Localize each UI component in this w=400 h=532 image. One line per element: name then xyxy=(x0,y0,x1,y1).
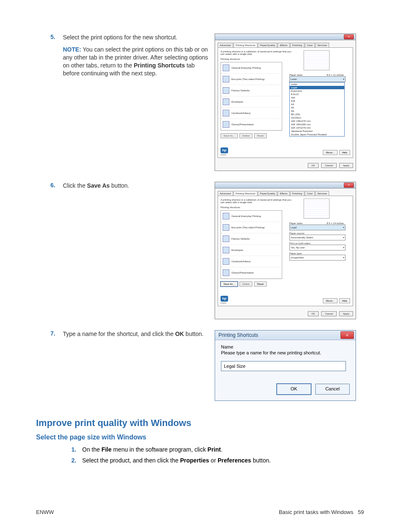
help-button[interactable]: Help xyxy=(339,298,350,303)
hp-logo-icon: hp xyxy=(221,296,228,302)
tab-effects[interactable]: Effects xyxy=(278,43,289,47)
opt[interactable]: 8.5x13 xyxy=(290,93,344,96)
opt[interactable]: A5 xyxy=(290,106,344,109)
shortcut-icon xyxy=(223,247,229,253)
desc: A printing shortcut is a collection of s… xyxy=(221,199,296,204)
page-preview xyxy=(304,199,330,219)
list-item[interactable]: Factory Defaults xyxy=(221,85,282,96)
about-button[interactable]: About... xyxy=(323,150,338,155)
save-dialog: Printing Shortcuts × Name Please type a … xyxy=(215,330,356,401)
opt[interactable]: Executive xyxy=(290,89,344,93)
opt[interactable]: 16K 197x273 mm xyxy=(290,126,344,129)
list-item[interactable]: Factory Defaults xyxy=(221,233,282,245)
paper-type-combo[interactable]: Unspecified xyxy=(289,255,345,261)
page-preview xyxy=(304,50,330,70)
desc: A printing shortcut is a collection of s… xyxy=(221,50,296,55)
about-button[interactable]: About... xyxy=(323,298,338,303)
shortcut-name-input[interactable]: Legal Size xyxy=(221,361,346,371)
paper-size-combo[interactable]: Letter xyxy=(289,76,345,82)
reset-button[interactable]: Reset xyxy=(254,281,267,287)
invent-label: invent xyxy=(221,153,228,156)
opt[interactable]: Letter xyxy=(290,83,344,86)
opt[interactable]: Legal xyxy=(290,86,344,89)
help-button[interactable]: Help xyxy=(339,150,350,155)
opt[interactable]: Double Japan Postcard Rotated xyxy=(290,133,344,136)
delete-button[interactable]: Delete xyxy=(239,281,252,287)
tab-paper-quality[interactable]: Paper/Quality xyxy=(258,191,277,196)
step-number: 5. xyxy=(36,34,63,40)
tab-finishing[interactable]: Finishing xyxy=(290,43,304,47)
name-label: Name xyxy=(221,344,350,349)
tab-paper-quality[interactable]: Paper/Quality xyxy=(258,43,277,47)
opt[interactable]: B5 (JIS) xyxy=(290,113,344,116)
hint-text: Please type a name for the new printing … xyxy=(221,350,350,355)
opt[interactable]: A4 xyxy=(290,103,344,106)
note-label: NOTE: xyxy=(63,46,81,53)
paper-size-dropdown[interactable]: Letter Legal Executive 8.5x13 4x6 5x8 A4… xyxy=(289,82,345,137)
shortcut-icon xyxy=(223,87,229,94)
delete-button[interactable]: Delete xyxy=(239,133,252,138)
list-item[interactable]: Envelopes xyxy=(221,96,282,108)
invent-label: invent xyxy=(221,302,228,304)
driver-dialog-1: × Advanced Printing Shortcuts Paper/Qual… xyxy=(215,34,356,171)
dialog-title: Printing Shortcuts × xyxy=(215,331,356,340)
tab-color[interactable]: Color xyxy=(305,43,315,47)
step-number: 6. xyxy=(36,182,63,189)
paper-source-combo[interactable]: Automatically Select xyxy=(289,235,345,240)
close-icon[interactable]: × xyxy=(344,34,354,39)
opt[interactable]: 10x15cm xyxy=(290,116,344,119)
save-as-button[interactable]: Save As... xyxy=(221,281,238,287)
close-icon[interactable]: × xyxy=(344,183,354,188)
opt[interactable]: A6 xyxy=(290,109,344,113)
shortcut-list[interactable]: General Everyday Printing Eco-print (Two… xyxy=(221,210,282,279)
shortcut-list[interactable]: General Everyday Printing Eco-print (Two… xyxy=(221,62,282,131)
tab-services[interactable]: Services xyxy=(315,43,329,47)
list-item[interactable]: Eco-print (Two-sided Printing) xyxy=(221,222,282,233)
ok-button[interactable]: OK xyxy=(308,163,319,168)
tab-finishing[interactable]: Finishing xyxy=(290,191,304,196)
apply-button[interactable]: Apply xyxy=(339,311,353,316)
tab-services[interactable]: Services xyxy=(315,191,329,196)
list-item[interactable]: Cardstock/Heavy xyxy=(221,256,282,267)
tab-effects[interactable]: Effects xyxy=(278,191,289,196)
cancel-button[interactable]: Cancel xyxy=(321,163,337,168)
list-item[interactable]: Envelopes xyxy=(221,245,282,256)
opt[interactable]: 5x8 xyxy=(290,99,344,103)
cancel-button[interactable]: Cancel xyxy=(315,384,350,395)
opt[interactable]: Japanese Postcard xyxy=(290,129,344,133)
tab-advanced[interactable]: Advanced xyxy=(218,43,233,47)
opt[interactable]: 4x6 xyxy=(290,96,344,99)
close-icon[interactable]: × xyxy=(340,331,354,339)
list-item[interactable]: General Everyday Printing xyxy=(221,62,282,74)
list-item[interactable]: Glossy/Presentation xyxy=(221,119,282,130)
step-7: 7. Type a name for the shortcut, and cli… xyxy=(36,330,364,401)
ok-button[interactable]: OK xyxy=(308,311,319,316)
reset-button[interactable]: Reset xyxy=(254,133,267,138)
tab-printing-shortcuts[interactable]: Printing Shortcuts xyxy=(234,191,257,196)
step-6: 6. Click the Save As button. × Advanced … xyxy=(36,182,364,319)
list-item[interactable]: General Everyday Printing xyxy=(221,211,282,222)
cancel-button[interactable]: Cancel xyxy=(321,311,337,316)
step-text: Click the Save As button. xyxy=(63,182,210,190)
step-text: Select the product, and then click the P… xyxy=(82,457,271,464)
tab-printing-shortcuts[interactable]: Printing Shortcuts xyxy=(234,43,257,47)
both-sides-combo[interactable]: Yes, flip over xyxy=(289,245,345,251)
apply-button[interactable]: Apply xyxy=(339,163,353,168)
list-item[interactable]: Eco-print (Two-sided Printing) xyxy=(221,74,282,85)
ok-button[interactable]: OK xyxy=(277,384,311,395)
save-as-button[interactable]: Save As... xyxy=(221,133,238,138)
opt[interactable]: 16K 184x260 mm xyxy=(290,123,344,126)
shortcut-icon xyxy=(223,65,229,71)
substep-1: 1. On the File menu in the software prog… xyxy=(65,446,364,453)
hp-logo-icon: hp xyxy=(221,147,228,153)
list-item[interactable]: Glossy/Presentation xyxy=(221,267,282,279)
paper-size-combo[interactable]: Legal xyxy=(289,225,345,230)
list-item[interactable]: Cardstock/Heavy xyxy=(221,108,282,119)
tabs: Advanced Printing Shortcuts Paper/Qualit… xyxy=(218,191,353,196)
tab-advanced[interactable]: Advanced xyxy=(218,191,233,196)
tab-color[interactable]: Color xyxy=(305,191,315,196)
opt[interactable]: 16K 195x270 mm xyxy=(290,119,344,123)
shortcut-icon xyxy=(223,213,229,220)
note-body: You can select the print options on this… xyxy=(63,46,208,77)
page-footer: ENWW Basic print tasks with Windows 59 xyxy=(36,509,364,515)
